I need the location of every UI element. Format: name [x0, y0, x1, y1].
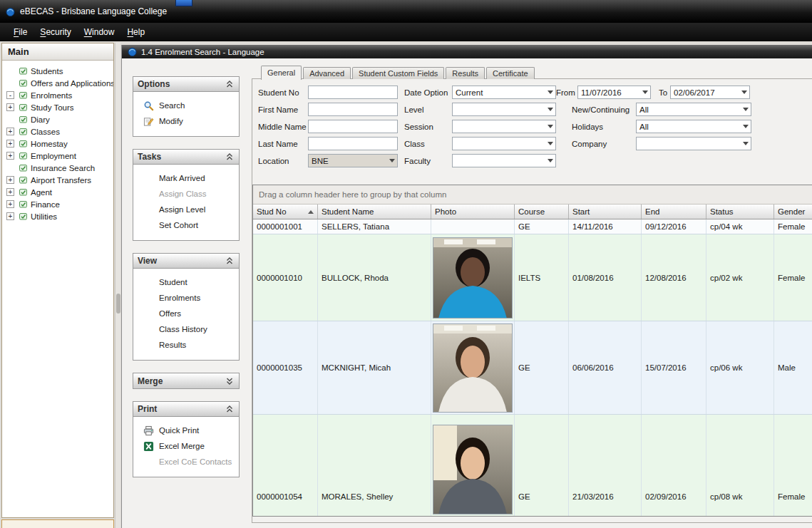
level-select[interactable]	[452, 103, 556, 116]
task-item-label: Student	[159, 278, 187, 286]
cell-gender: Female	[774, 234, 812, 321]
chevron-double-up-icon[interactable]	[225, 404, 235, 414]
tree-item-content: Classes	[16, 126, 113, 137]
tree-expander-plus-icon[interactable]: +	[6, 103, 14, 111]
group-by-bar[interactable]: Drag a column header here to group by th…	[253, 185, 812, 205]
tree-item-label: Airport Transfers	[31, 176, 91, 185]
task-item-assign-level[interactable]: Assign Level	[133, 202, 239, 217]
from-date-value: 11/07/2016	[578, 88, 639, 97]
cell-stud-no: 0000001010	[253, 234, 318, 321]
first-name-input[interactable]	[308, 103, 398, 116]
column-header-gender[interactable]: Gender	[774, 205, 812, 219]
last-name-label: Last Name	[258, 138, 298, 150]
tree-item-agent[interactable]: +Agent	[2, 186, 113, 198]
column-header-photo[interactable]: Photo	[431, 205, 515, 219]
main-vertical-scrollbar[interactable]	[115, 43, 120, 528]
tab-certificate[interactable]: Certificate	[486, 67, 535, 79]
section-header-tasks[interactable]: Tasks	[133, 150, 239, 165]
sidebar-bottom-panel[interactable]	[1, 519, 114, 528]
location-select[interactable]: BNE	[308, 154, 398, 167]
tree-expander-minus-icon[interactable]: -	[6, 91, 14, 99]
menu-item-file[interactable]: File	[7, 25, 34, 39]
tree-expander-plus-icon[interactable]: +	[6, 188, 14, 196]
chevron-double-down-icon[interactable]	[225, 376, 235, 386]
window-titlebar[interactable]: eBECAS - Brisbane Language College	[0, 0, 812, 23]
date-option-select[interactable]: Current	[452, 86, 556, 99]
grid-row-0000001001[interactable]: 0000001001SELLERS, TatianaGE14/11/201609…	[253, 219, 812, 234]
tree-expander-plus-icon[interactable]: +	[6, 140, 14, 147]
scrollbar-thumb[interactable]	[116, 294, 120, 314]
last-name-input[interactable]	[308, 137, 398, 150]
cell-stud-no: 0000001035	[253, 321, 318, 414]
task-item-excel-coe-contacts: Excel CoE Contacts	[133, 454, 239, 470]
child-window-titlebar[interactable]: 1.4 Enrolment Search - Language	[122, 45, 812, 58]
grid-row-0000001054[interactable]: 0000001054MORALES, ShelleyGE21/03/201602…	[253, 415, 812, 517]
task-item-student[interactable]: Student	[133, 274, 239, 290]
to-date-select[interactable]: 02/06/2017	[670, 86, 750, 99]
tree-item-students[interactable]: Students	[2, 65, 113, 77]
tree-item-finance[interactable]: +Finance	[2, 198, 113, 210]
menu-item-security[interactable]: Security	[34, 25, 77, 39]
faculty-select[interactable]	[452, 154, 556, 167]
tree-item-content: Insurance Search	[16, 162, 113, 173]
company-select[interactable]	[636, 137, 751, 150]
section-header-view[interactable]: View	[133, 254, 239, 269]
task-item-results[interactable]: Results	[133, 337, 239, 353]
task-item-enrolments[interactable]: Enrolments	[133, 290, 239, 306]
task-item-quick-print[interactable]: Quick Print	[133, 423, 239, 438]
column-header-start[interactable]: Start	[569, 205, 642, 219]
tree-item-classes[interactable]: +Classes	[2, 125, 113, 138]
tree-item-content: Homestay	[16, 138, 113, 149]
menu-item-help[interactable]: Help	[120, 25, 151, 39]
task-item-modify[interactable]: Modify	[133, 113, 239, 129]
task-item-excel-merge[interactable]: Excel Merge	[133, 438, 239, 454]
tab-general[interactable]: General	[261, 66, 302, 80]
column-header-end[interactable]: End	[642, 205, 706, 219]
task-item-set-cohort[interactable]: Set Cohort	[133, 217, 239, 233]
column-header-status[interactable]: Status	[706, 205, 774, 219]
section-header-merge[interactable]: Merge	[133, 373, 239, 388]
column-header-course[interactable]: Course	[515, 205, 569, 219]
menu-item-window[interactable]: Window	[78, 25, 121, 39]
task-item-search[interactable]: Search	[133, 98, 239, 113]
tab-advanced[interactable]: Advanced	[303, 67, 351, 79]
session-select[interactable]	[452, 120, 556, 133]
task-item-mark-arrived[interactable]: Mark Arrived	[133, 170, 239, 186]
from-date-select[interactable]: 11/07/2016	[577, 86, 651, 99]
tree-expander-plus-icon[interactable]: +	[6, 212, 14, 220]
section-header-print[interactable]: Print	[133, 402, 239, 417]
tree-item-enrolments[interactable]: -Enrolments	[2, 89, 113, 101]
student-no-input[interactable]	[308, 86, 398, 99]
tab-results[interactable]: Results	[446, 67, 485, 79]
class-select[interactable]	[452, 137, 556, 150]
new-continuing-select[interactable]: All	[636, 103, 751, 116]
tree-expander-plus-icon[interactable]: +	[6, 176, 14, 184]
tree-item-insurance-search[interactable]: Insurance Search	[2, 162, 113, 174]
tree-item-offers-and-applications[interactable]: Offers and Applications	[2, 77, 113, 89]
tree-expander-plus-icon[interactable]: +	[6, 152, 14, 160]
tree-item-utilities[interactable]: +Utilities	[2, 210, 113, 222]
task-item-offers[interactable]: Offers	[133, 306, 239, 321]
middle-name-input[interactable]	[308, 120, 398, 133]
holidays-select[interactable]: All	[636, 120, 751, 133]
tree-item-employment[interactable]: +Employment	[2, 150, 113, 162]
tree-expander-plus-icon[interactable]: +	[6, 200, 14, 208]
tree-expander-plus-icon[interactable]: +	[6, 128, 14, 135]
tree-item-homestay[interactable]: +Homestay	[2, 138, 113, 150]
tree-item-study-tours[interactable]: +Study Tours	[2, 101, 113, 113]
tree-item-icon	[19, 115, 28, 124]
column-header-stud-no[interactable]: Stud No	[253, 205, 318, 219]
column-header-student-name[interactable]: Student Name	[318, 205, 431, 219]
task-item-class-history[interactable]: Class History	[133, 321, 239, 337]
chevron-double-up-icon[interactable]	[225, 79, 235, 89]
chevron-double-up-icon[interactable]	[225, 152, 235, 162]
cell-start: 21/03/2016	[569, 415, 642, 517]
grid-row-0000001035[interactable]: 0000001035MCKNIGHT, MicahGE06/06/201615/…	[253, 321, 812, 415]
tree-item-diary[interactable]: Diary	[2, 113, 113, 125]
chevron-down-icon	[386, 155, 397, 167]
section-header-options[interactable]: Options	[133, 77, 239, 92]
chevron-double-up-icon[interactable]	[225, 256, 235, 266]
tree-item-airport-transfers[interactable]: +Airport Transfers	[2, 174, 113, 186]
grid-row-0000001010[interactable]: 0000001010BULLOCK, RhodaIELTS01/08/20161…	[253, 234, 812, 321]
tab-student-custom-fields[interactable]: Student Custom Fields	[352, 67, 444, 79]
